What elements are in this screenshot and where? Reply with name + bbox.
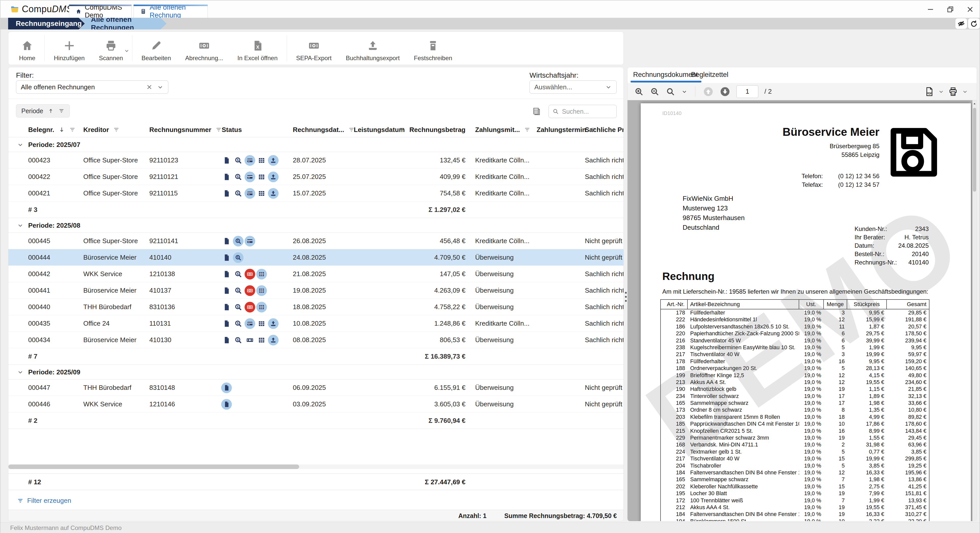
status-zoomdollar-button[interactable]: $ [233,188,243,199]
chevron-down-icon[interactable] [124,48,129,54]
status-zoomdollar-button[interactable]: $ [233,236,243,246]
toolbar-hinzufügen[interactable]: Hinzufügen [47,32,92,65]
zoom-level-icon[interactable] [666,87,675,97]
group-by-periode-chip[interactable]: Periode [16,104,70,117]
toolbar-home[interactable]: Home [12,32,42,65]
status-grid-button[interactable] [256,335,267,346]
chevron-down-icon[interactable] [157,84,164,90]
status-zoomdollar-button[interactable]: $ [233,318,243,329]
column-chooser-icon[interactable] [532,107,541,116]
invoice-row-000435[interactable]: 000435Office 24110131$10.08.20251.248,86… [8,315,624,332]
column-header-rechnungsdat-[interactable]: Rechnungsdat... [293,122,355,137]
column-header-kreditor[interactable]: Kreditor [83,122,119,137]
status-upload-button[interactable] [268,155,278,166]
create-filter-link[interactable]: Filter erzeugen [17,497,71,504]
tab-alle-offenen-rechnungen[interactable]: Alle offenen Rechnung [134,5,208,18]
tab-begleitzettel[interactable]: Begleitzettel [691,67,728,83]
invoice-row-000444[interactable]: 000444Büroservice Meier410140$24.08.2025… [8,249,624,266]
status-bill-white-button[interactable] [245,285,255,296]
status-grid-button[interactable] [256,269,267,279]
status-doc-button[interactable] [221,252,232,263]
group-header[interactable]: Periode: 2025/09 [8,365,624,379]
status-doc-button[interactable] [221,318,232,329]
sort-up-icon[interactable] [48,108,54,114]
invoice-row-000445[interactable]: 000445Office Super-Store92110141$26.08.2… [8,233,624,249]
invoice-row-000446[interactable]: 000446WKK Service121014603.09.20253.605,… [8,396,624,412]
next-page-icon[interactable] [720,86,730,97]
status-zoomdollar-button[interactable]: $ [233,285,243,296]
toolbar-bearbeiten[interactable]: Bearbeiten [134,32,178,65]
invoice-row-000423[interactable]: 000423Office Super-Store92110123$28.07.2… [8,152,624,168]
breadcrumb-alle-offenen-rechnungen[interactable]: Alle offenen Rechnungen [79,18,167,29]
status-bill-white-button[interactable] [245,302,255,313]
status-doc-button[interactable] [221,382,232,393]
status-doc-button[interactable] [221,236,232,246]
breadcrumb-rechnungseingang[interactable]: Rechnungseingang [8,18,85,29]
close-button[interactable] [964,4,976,15]
print-pdf-icon[interactable]: PDF [948,87,958,97]
filter-icon[interactable] [215,126,222,133]
status-bill-white-button[interactable] [245,269,255,279]
horizontal-scrollbar[interactable] [8,465,624,469]
status-grid-button[interactable] [256,171,267,182]
status-doc-button[interactable] [221,399,232,410]
tab-rechnungsdokument[interactable]: Rechnungsdokument [633,67,698,83]
column-header-belegnr-[interactable]: Belegnr. [28,122,76,137]
status-doc-button[interactable] [221,155,232,166]
chevron-down-icon[interactable] [938,89,944,95]
status-card-button[interactable] [245,236,255,246]
status-zoomdollar-button[interactable]: $ [233,252,243,263]
status-doc-button[interactable] [221,285,232,296]
filter-combobox[interactable]: Alle offenen Rechnungen [16,81,169,94]
status-upload-button[interactable] [268,318,278,329]
filter-icon[interactable] [69,126,76,133]
invoice-row-000442[interactable]: 000442WKK Service1210138$21.08.2025147,0… [8,266,624,282]
column-header-status[interactable]: Status [222,122,242,137]
reset-button[interactable] [968,18,980,29]
sort-down-icon[interactable] [59,126,65,133]
toolbar-abrechnung-[interactable]: Abrechnung... [178,32,230,65]
search-input[interactable] [562,108,605,115]
zoom-in-icon[interactable] [634,87,644,97]
panel-splitter[interactable] [624,292,627,302]
status-zoomdollar-button[interactable]: $ [233,171,243,182]
filter-icon[interactable] [524,126,530,133]
scrollbar-thumb[interactable] [973,108,976,192]
scroll-up-icon[interactable] [973,102,977,106]
page-number-input[interactable] [737,85,758,98]
scrollbar-thumb[interactable] [8,465,299,469]
clear-filter-icon[interactable] [146,84,153,90]
status-card-button[interactable] [245,155,255,166]
filter-icon[interactable] [399,126,405,133]
chevron-down-icon[interactable] [17,141,24,148]
zoom-out-icon[interactable] [650,87,660,97]
status-zoomdollar-button[interactable]: $ [233,269,243,279]
status-zoomdollar-button[interactable]: $ [233,335,243,346]
filter-icon[interactable] [113,126,119,133]
status-doc-button[interactable] [221,188,232,199]
status-upload-button[interactable] [268,171,278,182]
invoice-row-000440[interactable]: 000440THH Bürobedarf8310136$18.08.20254.… [8,299,624,315]
status-grid-button[interactable] [256,302,267,313]
invoice-row-000421[interactable]: 000421Office Super-Store92110115$15.07.2… [8,185,624,201]
status-card-button[interactable] [245,171,255,182]
status-zoomdollar-button[interactable]: $ [233,302,243,313]
hide-preview-button[interactable] [955,18,967,29]
chevron-down-icon[interactable] [17,369,24,375]
toolbar-in-excel-öffnen[interactable]: XIn Excel öffnen [230,32,285,65]
invoice-row-000447[interactable]: 000447THH Bürobedarf831014806.09.20256.1… [8,379,624,396]
toolbar-scannen[interactable]: Scannen [92,32,130,65]
invoice-row-000422[interactable]: 000422Office Super-Store92110121$25.07.2… [8,168,624,185]
pdf-export-icon[interactable]: PDF [924,87,934,97]
status-doc-button[interactable] [221,335,232,346]
status-card-button[interactable] [245,318,255,329]
toolbar-sepa-export[interactable]: SEPA-Export [289,32,339,65]
status-doc-button[interactable] [221,269,232,279]
vertical-scrollbar[interactable] [972,100,977,521]
toolbar-festschreiben[interactable]: Festschreiben [407,32,460,65]
previous-page-icon[interactable] [703,86,714,97]
toolbar-buchhaltungsexport[interactable]: Buchhaltungsexport [339,32,407,65]
chevron-down-icon[interactable] [17,222,24,229]
group-header[interactable]: Periode: 2025/07 [8,137,624,152]
status-zoomdollar-button[interactable]: $ [233,155,243,166]
